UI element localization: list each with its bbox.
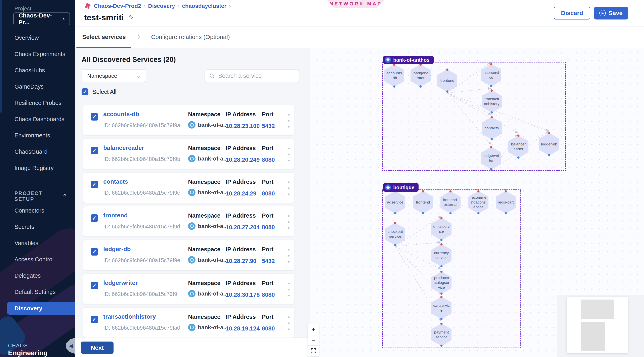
zoom-in-button[interactable]: + (308, 324, 319, 335)
column-header-port: Port (262, 246, 274, 253)
service-name[interactable]: ledgerwriter (103, 280, 138, 286)
sidebar-item-delegates[interactable]: Delegates (0, 268, 75, 284)
service-hex-node-ledgerwriter[interactable]: ledgerwriter (481, 147, 501, 169)
save-button[interactable]: ▶ Save (594, 7, 628, 20)
service-port-value[interactable]: 8080 (262, 156, 275, 163)
hexagon-shape: ledgerwriter (481, 147, 501, 169)
project-selector[interactable]: Chaos-Dev-Pr... › (13, 12, 70, 25)
search-input[interactable] (218, 72, 294, 79)
service-name[interactable]: frontend (103, 212, 128, 219)
service-search-box[interactable] (204, 70, 299, 82)
service-checkbox[interactable]: ✓ (90, 282, 98, 289)
discard-button[interactable]: Discard (554, 7, 590, 20)
minimap[interactable] (567, 297, 628, 353)
sidebar-item-overview[interactable]: Overview (0, 30, 75, 46)
sidebar-item-environments[interactable]: Environments (0, 127, 75, 144)
service-hex-node-frontend-external[interactable]: frontend-external (440, 191, 460, 214)
service-checkbox[interactable]: ✓ (90, 248, 98, 256)
sidebar-item-default-settings[interactable]: Default Settings (0, 284, 75, 300)
breadcrumb-discovery[interactable]: Discovery (148, 3, 175, 9)
service-name[interactable]: accounts-db (103, 111, 139, 118)
namespace-filter-dropdown[interactable]: Namespace ⌄ (82, 70, 146, 82)
zoom-out-button[interactable]: − (308, 335, 319, 346)
kebab-menu-icon[interactable] (285, 282, 293, 298)
service-ip-value[interactable]: 10.28.23.100 (226, 123, 260, 130)
fullscreen-button[interactable] (308, 345, 319, 356)
service-hex-node-paymentservice[interactable]: paymentservice (432, 324, 452, 346)
next-button[interactable]: Next (81, 342, 114, 354)
service-ip-value[interactable]: 10.28.27.204 (226, 224, 260, 231)
service-hex-node-adservice[interactable]: adservice (385, 191, 405, 214)
service-hex-node-balancereader[interactable]: balancereader (508, 136, 528, 158)
service-checkbox[interactable]: ✓ (90, 214, 98, 222)
service-port-value[interactable]: 8080 (262, 292, 275, 298)
service-ip-value[interactable]: 10.28.24.29 (226, 190, 256, 197)
kebab-menu-icon[interactable] (285, 248, 293, 264)
service-checkbox[interactable]: ✓ (90, 316, 98, 323)
service-ip-value[interactable]: 10.28.19.124 (226, 325, 260, 332)
service-hex-node-userservice[interactable]: userservice (481, 64, 501, 86)
service-checkbox[interactable]: ✓ (90, 147, 98, 154)
sidebar-item-chaos-experiments[interactable]: Chaos Experiments (0, 46, 75, 62)
kebab-menu-icon[interactable] (285, 113, 293, 129)
project-setup-section-header[interactable]: PROJECT SETUP ⌃ (14, 190, 68, 202)
edit-pencil-icon[interactable]: ✎ (128, 14, 134, 21)
service-hex-node-emailservice[interactable]: emailservice (432, 218, 452, 240)
map-group-badge-bank-of-anthos[interactable]: ☸bank-of-anthos (383, 56, 434, 64)
sidebar-item-gamedays[interactable]: GameDays (0, 78, 75, 95)
service-ip-value[interactable]: 10.28.27.90 (226, 258, 256, 264)
sidebar-collapse-handle[interactable]: ◀ (66, 338, 75, 354)
breadcrumb-project[interactable]: Chaos-Dev-Prod2 (94, 3, 141, 9)
sidebar-item-image-registry[interactable]: Image Registry (0, 160, 75, 176)
sidebar-item-chaosguard[interactable]: ChaosGuard (0, 144, 75, 160)
service-card: ✓ ledger-db ID: 662b6c9fcb96480a15c79f9e… (84, 240, 294, 270)
service-name[interactable]: ledger-db (103, 246, 131, 252)
sidebar-item-access-control[interactable]: Access Control (0, 251, 75, 268)
service-port-value[interactable]: 8080 (262, 224, 275, 231)
service-checkbox[interactable]: ✓ (90, 180, 98, 188)
service-hex-node-frontend[interactable]: frontend (437, 69, 457, 92)
column-header-namespace: Namespace (188, 246, 220, 253)
select-all-checkbox[interactable]: ✓ (82, 88, 88, 95)
breadcrumb-cluster[interactable]: chaosdaycluster (182, 3, 226, 9)
service-hex-node-contacts[interactable]: contacts (482, 117, 502, 140)
kebab-menu-icon[interactable] (285, 214, 293, 230)
sidebar-item-secrets[interactable]: Secrets (0, 219, 75, 235)
service-name[interactable]: transactionhistory (103, 313, 156, 320)
play-circle-icon: ▶ (600, 10, 606, 16)
service-hex-node-checkoutservice[interactable]: checkoutservice (385, 223, 405, 245)
service-name[interactable]: balancereader (103, 144, 144, 151)
service-hex-node-productcatalogservice[interactable]: productcatalogservice (432, 272, 452, 294)
service-port-value[interactable]: 8080 (262, 190, 275, 197)
kebab-menu-icon[interactable] (285, 315, 293, 331)
tab-configure-relations[interactable]: Configure relations (Optional) (151, 34, 230, 40)
service-port-value[interactable]: 5432 (262, 258, 275, 264)
service-port-value[interactable]: 5432 (262, 123, 275, 130)
service-hex-node-redis-cart[interactable]: redis-cart (496, 191, 516, 214)
service-hex-node-loadgenerator[interactable]: loadgenerator (410, 64, 430, 87)
sidebar-item-chaos-dashboards[interactable]: Chaos Dashboards (0, 111, 75, 127)
service-hex-node-cartservice[interactable]: cartservice (432, 297, 452, 319)
service-checkbox[interactable]: ✓ (90, 113, 98, 120)
service-hex-node-ledger-db[interactable]: ledger-db (539, 133, 559, 156)
kebab-menu-icon[interactable] (285, 180, 293, 196)
service-hex-node-accounts-db[interactable]: accounts-db (384, 64, 404, 87)
kebab-menu-icon[interactable] (285, 146, 293, 162)
service-hex-node-transactionhistory[interactable]: transactionhistory (482, 90, 502, 113)
sidebar-item-connectors[interactable]: Connectors (0, 202, 75, 219)
service-port-value[interactable]: 8080 (262, 325, 275, 332)
service-hex-node-recommendationservice[interactable]: recommendationservice (468, 191, 488, 214)
service-hex-node-currencyservice[interactable]: currencyservice (432, 244, 452, 266)
sidebar-item-chaoshubs[interactable]: ChaosHubs (0, 62, 75, 78)
hexagon-shape: adservice (385, 191, 405, 214)
sidebar-item-variables[interactable]: Variables (0, 235, 75, 251)
service-ip-value[interactable]: 10.28.30.178 (226, 292, 260, 298)
sidebar-item-resilience-probes[interactable]: Resilience Probes (0, 95, 75, 111)
service-name[interactable]: contacts (103, 178, 128, 185)
egress-port-dot (491, 111, 493, 114)
service-ip-value[interactable]: 10.28.20.249 (226, 156, 260, 163)
sidebar-item-discovery[interactable]: Discovery (7, 302, 75, 314)
tab-select-services[interactable]: Select services (82, 34, 126, 40)
service-hex-node-frontend[interactable]: frontend (413, 191, 433, 214)
map-group-badge-boutique[interactable]: ☸boutique (383, 183, 418, 192)
